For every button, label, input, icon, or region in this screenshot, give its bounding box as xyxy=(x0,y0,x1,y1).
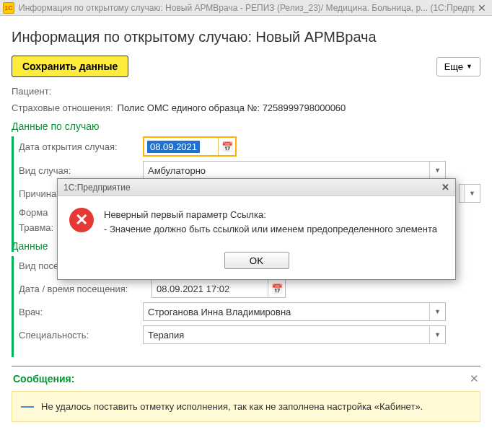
doctor-input[interactable]: Строганова Инна Владимировна ▼ xyxy=(143,302,446,321)
dialog-message: Неверный первый параметр Ссылка: - Значе… xyxy=(104,208,437,236)
calendar-icon[interactable]: 📅 xyxy=(218,138,235,155)
dialog-close-button[interactable]: ✕ xyxy=(442,182,449,193)
message-text: Не удалось поставить отметку исполнения,… xyxy=(41,401,423,412)
section-case-title: Данные по случаю xyxy=(12,120,480,132)
more-button-label: Еще xyxy=(444,61,463,72)
window-title: Информация по открытому случаю: Новый АР… xyxy=(19,3,475,13)
messages-close-icon[interactable]: ✕ xyxy=(470,372,479,385)
calendar-icon[interactable]: 📅 xyxy=(268,280,285,297)
dropdown-icon[interactable]: ▼ xyxy=(429,162,445,179)
message-item: — Не удалось поставить отметку исполнени… xyxy=(12,391,480,422)
error-icon: ✕ xyxy=(69,208,94,232)
case-type-label: Вид случая: xyxy=(12,165,143,176)
dropdown-icon[interactable]: ▼ xyxy=(464,185,480,202)
insurance-label: Страховые отношения: xyxy=(12,102,113,113)
page-title: Информация по открытому случаю: Новый АР… xyxy=(12,29,480,45)
app-icon: 1C xyxy=(3,2,14,14)
dropdown-icon[interactable]: ▼ xyxy=(429,303,445,320)
insurance-value: Полис ОМС единого образца №: 72589997980… xyxy=(118,102,346,113)
visit-datetime-value: 08.09.2021 17:02 xyxy=(157,284,229,294)
open-date-input[interactable]: 08.09.2021 📅 xyxy=(143,136,237,157)
chevron-down-icon: ▼ xyxy=(466,63,473,70)
visit-datetime-label: Дата / время посещения: xyxy=(12,284,151,294)
visit-datetime-input[interactable]: 08.09.2021 17:02 📅 xyxy=(151,279,286,298)
patient-label: Пациент: xyxy=(12,86,51,97)
dropdown-icon[interactable]: ▼ xyxy=(429,326,445,343)
dialog-ok-button[interactable]: OK xyxy=(224,252,289,269)
specialty-input[interactable]: Терапия ▼ xyxy=(143,325,446,344)
specialty-label: Специальность: xyxy=(12,330,143,341)
doctor-value: Строганова Инна Владимировна xyxy=(148,307,291,317)
window-titlebar: 1C Информация по открытому случаю: Новый… xyxy=(0,0,492,16)
doctor-label: Врач: xyxy=(12,307,143,317)
dialog-title: 1С:Предприятие xyxy=(63,183,131,193)
open-date-label: Дата открытия случая: xyxy=(12,141,143,152)
specialty-value: Терапия xyxy=(148,330,184,341)
case-reason-extra[interactable]: ▼ xyxy=(459,184,480,203)
open-date-value: 08.09.2021 xyxy=(147,141,200,153)
case-type-input[interactable]: Амбулаторно ▼ xyxy=(143,161,446,180)
save-button[interactable]: Сохранить данные xyxy=(12,56,128,77)
case-type-value: Амбулаторно xyxy=(148,165,206,176)
messages-title: Сообщения: xyxy=(13,373,74,385)
error-dialog: 1С:Предприятие ✕ ✕ Неверный первый парам… xyxy=(57,178,456,280)
window-close-button[interactable]: ✕ xyxy=(475,1,489,14)
more-button[interactable]: Еще ▼ xyxy=(436,57,480,76)
message-dash-icon: — xyxy=(21,399,34,414)
